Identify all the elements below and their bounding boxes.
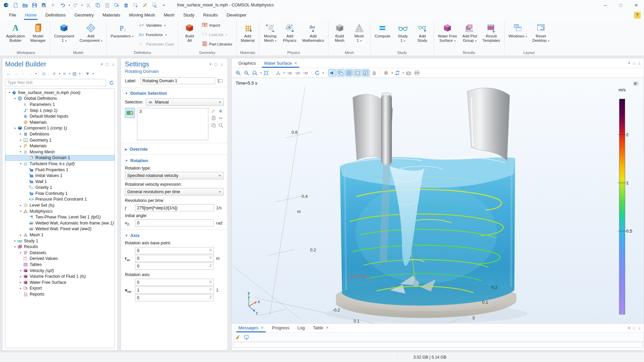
- tree-closed-chevron-icon[interactable]: ▸: [19, 132, 23, 135]
- zoom-selection-icon[interactable]: [217, 122, 224, 128]
- split-window-icon[interactable]: [337, 69, 344, 77]
- table-view-icon[interactable]: [362, 69, 370, 77]
- 3d-viewport[interactable]: Time=5.5 s 0.60.4m0.2-0.20.20.100.1 y x …: [231, 78, 644, 324]
- clear-selection-icon[interactable]: [141, 1, 149, 9]
- add-selection-icon[interactable]: [217, 108, 224, 114]
- messages-output-field[interactable]: [233, 342, 642, 348]
- tree-node-mesh-1[interactable]: ▸Mesh 1: [5, 232, 114, 238]
- tree-node-velocity[interactable]: ▸Velocity(spf): [5, 268, 114, 274]
- create-selection-icon[interactable]: [210, 108, 216, 114]
- ribbon-tab-developer[interactable]: Developer: [222, 10, 251, 20]
- vector-component-input-x[interactable]: [135, 279, 214, 286]
- panel-menu-icon[interactable]: ▾: [209, 62, 211, 66]
- tree-node-export[interactable]: ▸Export: [5, 285, 114, 292]
- tree-closed-chevron-icon[interactable]: ▸: [19, 251, 23, 254]
- add-component-button[interactable]: AddComponent ▾: [77, 21, 105, 44]
- app-builder-button[interactable]: AApplicationBuilder: [3, 21, 28, 43]
- zoom-in-icon[interactable]: [234, 69, 242, 77]
- paste-selection-icon[interactable]: [210, 115, 216, 121]
- info-tab-log[interactable]: Log: [294, 324, 309, 332]
- rve-dropdown[interactable]: General revolutions per time▼: [125, 188, 224, 195]
- vector-component-input-z[interactable]: [135, 263, 214, 270]
- tree-open-chevron-icon[interactable]: ▾: [19, 210, 23, 213]
- goto-view-icon[interactable]: [274, 69, 282, 77]
- tree-node-geometry-1[interactable]: ▸AGeometry 1: [5, 137, 114, 143]
- pin-panel-icon[interactable]: ⊥: [220, 62, 224, 66]
- select-region-icon[interactable]: [131, 1, 139, 9]
- forward-icon[interactable]: →: [12, 70, 19, 77]
- mesh-1-button[interactable]: Mesh1 ▾: [349, 21, 369, 44]
- copy-selection-icon[interactable]: [210, 122, 216, 128]
- undo-dropdown-icon[interactable]: ▾: [69, 4, 70, 7]
- scene-light-icon[interactable]: [353, 69, 361, 77]
- cut-icon[interactable]: [84, 1, 92, 9]
- expand-icon[interactable]: ≡: [51, 70, 58, 77]
- tree-node-reports[interactable]: Reports: [5, 291, 114, 297]
- redo-icon[interactable]: [71, 1, 79, 9]
- close-tab-icon[interactable]: ✕: [294, 61, 297, 65]
- undo-icon[interactable]: [59, 1, 67, 9]
- tree-node-definitions[interactable]: ▸Definitions: [5, 131, 114, 137]
- tree-node-wetted-wall-fixed-wall[interactable]: Wetted Wall, Fixed wall(ww2): [5, 226, 114, 232]
- duplicate-icon[interactable]: [112, 1, 121, 9]
- tree-closed-chevron-icon[interactable]: ▸: [19, 269, 23, 272]
- vector-component-input-y[interactable]: [135, 286, 214, 294]
- close-tab-icon[interactable]: ✕: [326, 326, 329, 330]
- tree-node-step-1[interactable]: Step 1(step 1): [5, 108, 114, 114]
- remove-selection-icon[interactable]: [217, 115, 224, 121]
- close-tab-icon[interactable]: ✕: [261, 326, 264, 330]
- customize-toolbar-icon[interactable]: [160, 1, 168, 9]
- redo-dropdown-icon[interactable]: ▾: [81, 4, 83, 7]
- reset-desktop-button[interactable]: ResetDesktop ▾: [530, 21, 552, 44]
- tree-open-chevron-icon[interactable]: ▾: [19, 162, 23, 165]
- vector-component-input-z[interactable]: [135, 294, 214, 301]
- view-yz-icon[interactable]: ↑yz: [294, 69, 301, 77]
- tree-open-chevron-icon[interactable]: ▾: [19, 150, 23, 153]
- tree-node-level-set[interactable]: ▸Level Set(ls): [5, 202, 114, 208]
- ribbon-tab-results[interactable]: Results: [199, 10, 222, 20]
- rotate-icon[interactable]: [313, 69, 321, 77]
- build-mesh-button[interactable]: BuildMesh: [330, 21, 349, 43]
- rpt-input[interactable]: [135, 204, 214, 211]
- appearance-icon[interactable]: [382, 69, 390, 77]
- save-icon[interactable]: [30, 1, 38, 9]
- close-button[interactable]: ✕: [629, 0, 644, 10]
- tree-node-materials[interactable]: Materials: [5, 119, 114, 125]
- ribbon-tab-mesh[interactable]: Mesh: [159, 10, 179, 20]
- tree-node-pressure-point-constraint-1[interactable]: Pressure Point Constraint 1: [5, 197, 114, 203]
- rotation-type-dropdown[interactable]: Specified rotational velocity▼: [125, 172, 224, 179]
- info-tab-messages[interactable]: Messages✕: [234, 324, 268, 332]
- ribbon-tab-file[interactable]: File: [5, 10, 21, 20]
- tree-node-turbulent-flow-k[interactable]: ▾Turbulent Flow, k-ε(spf): [5, 161, 114, 167]
- add-material-button[interactable]: AddMaterial: [238, 21, 258, 43]
- tree-node-parameters-1[interactable]: PiParameters 1: [5, 101, 114, 108]
- component-button[interactable]: Component1 ▾: [52, 21, 77, 44]
- tree-closed-chevron-icon[interactable]: ▸: [13, 239, 17, 242]
- tree-node-datasets[interactable]: ▸Datasets: [5, 250, 114, 256]
- transparency-icon[interactable]: [328, 69, 336, 77]
- part-libraries-button[interactable]: Part Libraries: [200, 40, 234, 48]
- windows-button[interactable]: Windows ▾: [506, 21, 530, 39]
- comsol-logo-icon[interactable]: [2, 1, 10, 9]
- tree-node-default-model-inputs[interactable]: Default Model Inputs: [5, 113, 114, 119]
- add-physics-button[interactable]: AddPhysics: [280, 21, 300, 43]
- tree-node-tables[interactable]: Tables: [5, 262, 114, 268]
- tree-node-materials[interactable]: ▸Materials: [5, 143, 114, 149]
- tree-closed-chevron-icon[interactable]: ▸: [19, 275, 23, 278]
- view-xz-icon[interactable]: ↑xz: [302, 69, 309, 77]
- filter-icon[interactable]: ▼: [84, 70, 91, 77]
- water-free-surface-button[interactable]: Water FreeSurface ▾: [435, 21, 460, 44]
- tree-node-free-surface-mixer-ls-mph[interactable]: ▾free_surface_mixer_ls.mph(root): [5, 90, 114, 96]
- open-file-icon[interactable]: [21, 1, 29, 9]
- float-panel-icon[interactable]: ▢: [105, 62, 109, 66]
- minimize-button[interactable]: ─: [598, 0, 613, 10]
- parameter-case-button[interactable]: PiParameter Case: [137, 40, 176, 48]
- show-grid-icon[interactable]: [345, 69, 353, 77]
- tree-open-chevron-icon[interactable]: ▾: [7, 91, 11, 94]
- panel-menu-icon[interactable]: ▾: [628, 326, 630, 330]
- tree-node-water-free-surface[interactable]: ▸Water Free Surface: [5, 279, 114, 285]
- tree-node-moving-mesh[interactable]: ▾Moving Mesh: [5, 149, 114, 155]
- save-as-icon[interactable]: [40, 1, 48, 9]
- tree-node-wall-1[interactable]: DWall 1: [5, 179, 114, 185]
- node-grouping-icon[interactable]: ▤: [71, 70, 78, 77]
